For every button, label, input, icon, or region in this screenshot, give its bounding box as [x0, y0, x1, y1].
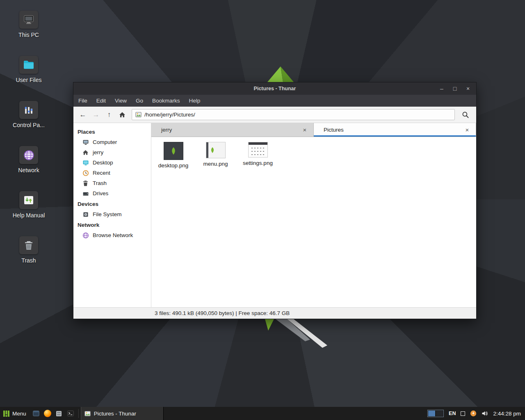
sidebar-item-jerry[interactable]: jerry: [73, 147, 151, 158]
desktop-icon-control-panel[interactable]: Control Pa...: [7, 96, 50, 141]
sidebar-item-browse-network[interactable]: Browse Network: [73, 230, 151, 240]
trash-icon: [82, 180, 89, 187]
menu-view[interactable]: View: [110, 95, 131, 107]
tab-pictures[interactable]: Pictures ×: [314, 123, 476, 137]
content-pane: jerry × Pictures × desktop.png: [151, 123, 476, 307]
menu-help[interactable]: Help: [185, 95, 205, 107]
home-icon: [82, 149, 89, 156]
file-thumbnail: [164, 142, 183, 160]
workspace-pager[interactable]: [427, 410, 444, 417]
sidebar-header-devices: Devices: [73, 199, 151, 209]
trash-icon: [19, 236, 38, 254]
menu-file[interactable]: File: [74, 95, 92, 107]
status-text: 3 files: 490.1 kB (490,050 bytes) | Free…: [155, 310, 290, 316]
file-cabinet-icon: [56, 411, 62, 417]
search-icon: [462, 111, 469, 119]
file-settings-png[interactable]: settings.png: [237, 142, 279, 166]
status-bar: 3 files: 490.1 kB (490,050 bytes) | Free…: [73, 307, 476, 319]
browser-launcher[interactable]: [42, 407, 53, 420]
computer-icon: [82, 139, 89, 146]
thunar-window: Pictures - Thunar – □ × File Edit View G…: [73, 82, 477, 319]
desktop-icon-this-pc[interactable]: This PC: [7, 6, 50, 51]
path-text: /home/jerry/Pictures/: [144, 112, 195, 118]
globe-icon: [82, 232, 89, 239]
file-desktop-png[interactable]: desktop.png: [152, 142, 194, 169]
maximize-button[interactable]: □: [448, 82, 461, 95]
tab-close-icon[interactable]: ×: [463, 126, 471, 133]
desktop-icon: [82, 159, 89, 166]
update-tray-icon[interactable]: [470, 410, 477, 417]
taskbar-task-pictures-thunar[interactable]: Pictures - Thunar: [81, 407, 164, 420]
desktop-icon-network[interactable]: Network: [7, 141, 50, 186]
image-icon: [135, 112, 142, 117]
search-button[interactable]: [458, 109, 473, 121]
drive-icon: [82, 190, 89, 197]
path-bar[interactable]: /home/jerry/Pictures/: [132, 109, 455, 120]
sidebar-item-file-system[interactable]: File System: [73, 209, 151, 219]
terminal-icon: [67, 411, 74, 416]
workspace-1[interactable]: [428, 411, 435, 416]
file-menu-png[interactable]: menu.png: [194, 142, 237, 167]
globe-icon: [19, 146, 38, 164]
minimize-button[interactable]: –: [435, 82, 448, 95]
file-thumbnail: [249, 142, 267, 157]
window-title: Pictures - Thunar: [254, 86, 296, 91]
sidebar-item-trash[interactable]: Trash: [73, 178, 151, 188]
window-controls: – □ ×: [435, 82, 475, 95]
forward-button[interactable]: →: [90, 109, 102, 121]
desktop-icon-label: This PC: [18, 32, 39, 38]
tab-label: jerry: [161, 127, 172, 133]
menubar: File Edit View Go Bookmarks Help: [73, 95, 476, 107]
sidebar-item-computer[interactable]: Computer: [73, 137, 151, 147]
image-icon: [84, 411, 91, 416]
files-launcher[interactable]: [53, 407, 65, 420]
tab-bar: jerry × Pictures ×: [151, 123, 476, 137]
desktop-icon-label: Control Pa...: [13, 122, 45, 128]
sidebar-item-recent[interactable]: Recent: [73, 168, 151, 178]
computer-icon: [19, 11, 38, 29]
keyboard-layout-indicator[interactable]: EN: [449, 411, 456, 416]
tab-jerry[interactable]: jerry ×: [151, 123, 314, 137]
task-label: Pictures - Thunar: [94, 411, 136, 417]
system-tray: EN 2:44:28 pm: [427, 410, 525, 417]
clock[interactable]: 2:44:28 pm: [493, 411, 521, 417]
back-button[interactable]: ←: [77, 109, 89, 121]
sidebar-item-drives[interactable]: Drives: [73, 188, 151, 199]
desktop-icon-help-manual[interactable]: Help Manual: [7, 186, 50, 231]
menu-label: Menu: [12, 411, 26, 417]
sidebar-item-desktop[interactable]: Desktop: [73, 158, 151, 168]
file-thumbnail: [206, 142, 225, 158]
desktop-icon-label: Network: [18, 167, 39, 173]
close-button[interactable]: ×: [461, 82, 475, 95]
window-body: Places Computer jerry: [73, 123, 476, 307]
notification-tray-icon[interactable]: [461, 411, 465, 416]
terminal-launcher[interactable]: [65, 407, 76, 420]
desktop-icon-trash[interactable]: Trash: [7, 231, 50, 276]
tab-close-icon[interactable]: ×: [301, 126, 308, 133]
menu-button[interactable]: Menu: [0, 407, 30, 420]
taskbar-separator: [78, 409, 79, 418]
desktop-icon-user-files[interactable]: User Files: [7, 51, 50, 96]
filesystem-drive-icon: [82, 211, 89, 218]
titlebar[interactable]: Pictures - Thunar – □ ×: [73, 82, 476, 95]
workspace-2[interactable]: [436, 411, 443, 416]
file-name: desktop.png: [158, 162, 189, 169]
volume-icon[interactable]: [482, 411, 488, 416]
menu-edit[interactable]: Edit: [92, 95, 110, 107]
home-button[interactable]: [116, 109, 128, 121]
firefox-icon: [44, 410, 51, 417]
control-panel-icon: [19, 101, 38, 119]
tab-label: Pictures: [324, 127, 344, 133]
desktop: This PC User Files Control Pa... Network…: [0, 0, 525, 420]
desktop-icon-label: Help Manual: [13, 212, 45, 219]
toolbar: ← → ↑ /home/jerry/Pictures/: [73, 107, 476, 123]
show-desktop-button[interactable]: [30, 407, 42, 420]
desktop-icon-label: Trash: [21, 257, 36, 264]
menu-bookmarks[interactable]: Bookmarks: [148, 95, 185, 107]
file-name: settings.png: [243, 160, 273, 166]
file-view[interactable]: desktop.png menu.png: [151, 137, 476, 307]
sidebar-header-places: Places: [73, 126, 151, 137]
up-button[interactable]: ↑: [103, 109, 115, 121]
desktop-icon-label: User Files: [16, 77, 41, 83]
menu-go[interactable]: Go: [131, 95, 148, 107]
